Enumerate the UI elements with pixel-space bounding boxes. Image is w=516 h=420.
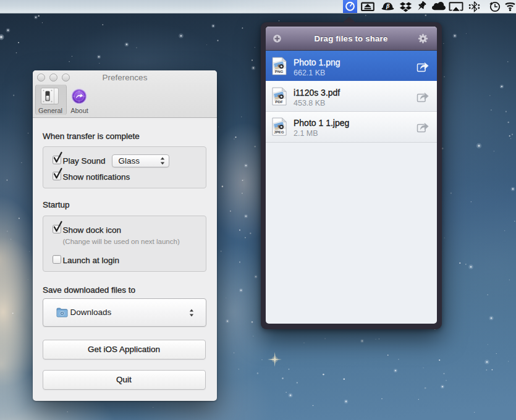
svg-text:PDF: PDF xyxy=(275,99,283,104)
svg-text:PNG: PNG xyxy=(275,69,284,74)
svg-text:JPEG: JPEG xyxy=(274,130,284,134)
svg-text:β: β xyxy=(386,2,390,9)
